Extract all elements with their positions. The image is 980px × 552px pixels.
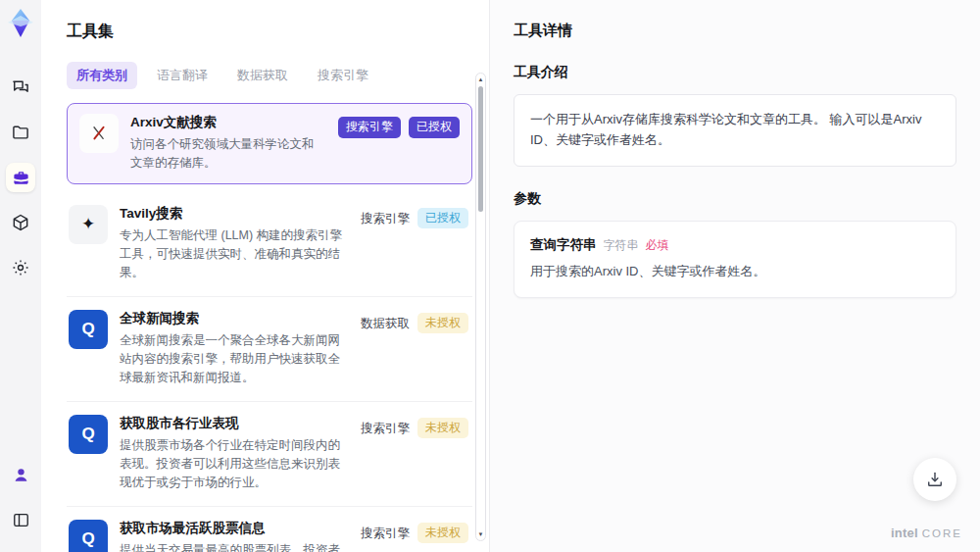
tab-all-categories[interactable]: 所有类别 [67, 62, 137, 89]
user-avatar-icon[interactable] [6, 460, 35, 489]
tool-card-active-stocks[interactable]: Q 获取市场最活跃股票信息 提供当天交易量最高的股票列表。投资者可以利用这些信息… [67, 507, 472, 552]
tool-description: 提供当天交易量最高的股票列表。投资者可以利用这些信息来识别流动性强的股票和潜在的… [120, 541, 345, 552]
auth-status-badge: 未授权 [417, 418, 468, 439]
tool-list: Arxiv文献搜索 访问各个研究领域大量科学论文和文章的存储库。 搜索引擎 已授… [67, 103, 472, 552]
chat-icon[interactable] [6, 73, 35, 102]
tool-badges: 数据获取 未授权 [361, 310, 468, 334]
stock-sector-logo-icon: Q [69, 415, 108, 454]
tool-badges: 搜索引擎 已授权 [361, 205, 468, 229]
tool-name: 获取市场最活跃股票信息 [120, 520, 345, 538]
settings-gear-icon[interactable] [6, 253, 35, 282]
category-label: 搜索引擎 [361, 523, 410, 542]
active-stocks-logo-icon: Q [69, 520, 108, 552]
brand-intel: intel [891, 526, 918, 540]
tool-info: Tavily搜索 专为人工智能代理 (LLM) 构建的搜索引擎工具，可快速提供实… [120, 205, 349, 283]
tool-info: 获取股市各行业表现 提供股票市场各个行业在特定时间段内的表现。投资者可以利用这些… [120, 415, 349, 493]
app-logo-icon [5, 8, 36, 39]
tool-description: 全球新闻搜索是一个聚合全球各大新闻网站内容的搜索引擎，帮助用户快速获取全球最新资… [120, 331, 345, 388]
list-scrollbar[interactable]: ▲ ▼ [475, 73, 486, 541]
left-rail [0, 0, 41, 552]
tool-card-arxiv[interactable]: Arxiv文献搜索 访问各个研究领域大量科学论文和文章的存储库。 搜索引擎 已授… [67, 103, 472, 184]
tool-detail-panel: 工具详情 工具介绍 一个用于从Arxiv存储库搜索科学论文和文章的工具。 输入可… [490, 0, 980, 552]
tool-badges: 搜索引擎 已授权 [338, 114, 460, 138]
intro-heading: 工具介绍 [514, 64, 956, 81]
arxiv-logo-icon [79, 114, 119, 153]
toolbox-icon[interactable] [6, 163, 35, 192]
tavily-logo-icon: ✦ [69, 205, 108, 244]
folder-icon[interactable] [6, 118, 35, 147]
tool-badges: 搜索引擎 未授权 [361, 520, 468, 544]
page-title: 工具集 [67, 22, 471, 42]
tab-data-fetch[interactable]: 数据获取 [227, 62, 298, 89]
param-description: 用于搜索的Arxiv ID、关键字或作者姓名。 [530, 263, 940, 280]
category-label: 数据获取 [361, 313, 410, 332]
tool-card-tavily[interactable]: ✦ Tavily搜索 专为人工智能代理 (LLM) 构建的搜索引擎工具，可快速提… [67, 192, 472, 297]
tool-info: 全球新闻搜索 全球新闻搜索是一个聚合全球各大新闻网站内容的搜索引擎，帮助用户快速… [120, 310, 349, 388]
tool-info: Arxiv文献搜索 访问各个研究领域大量科学论文和文章的存储库。 [130, 114, 326, 174]
scrollbar-thumb[interactable] [478, 86, 483, 212]
category-label: 搜索引擎 [361, 418, 410, 437]
param-name: 查询字符串 [530, 236, 597, 254]
collapse-panel-icon[interactable] [6, 505, 35, 534]
tool-card-stock-sectors[interactable]: Q 获取股市各行业表现 提供股票市场各个行业在特定时间段内的表现。投资者可以利用… [67, 402, 472, 507]
scroll-down-arrow-icon[interactable]: ▼ [476, 529, 485, 539]
tab-search-engine[interactable]: 搜索引擎 [308, 62, 378, 89]
tool-description: 专为人工智能代理 (LLM) 构建的搜索引擎工具，可快速提供实时、准确和真实的结… [120, 226, 345, 283]
download-button[interactable] [913, 458, 956, 501]
tool-list-panel: 工具集 所有类别 语言翻译 数据获取 搜索引擎 Arxiv文献搜索 访问各个研究… [41, 0, 490, 552]
category-label: 搜索引擎 [361, 208, 410, 227]
param-card: 查询字符串 字符串 必填 用于搜索的Arxiv ID、关键字或作者姓名。 [514, 221, 956, 298]
params-heading: 参数 [514, 190, 956, 208]
app-window: 工具集 所有类别 语言翻译 数据获取 搜索引擎 Arxiv文献搜索 访问各个研究… [0, 0, 980, 552]
cube-icon[interactable] [6, 208, 35, 237]
scroll-up-arrow-icon[interactable]: ▲ [476, 75, 485, 84]
tool-name: 获取股市各行业表现 [120, 415, 345, 433]
detail-title: 工具详情 [514, 22, 956, 40]
tool-badges: 搜索引擎 未授权 [361, 415, 468, 439]
auth-status-badge: 未授权 [417, 523, 468, 544]
tool-name: Arxiv文献搜索 [130, 114, 322, 132]
brand-core: CORE [922, 527, 962, 539]
tool-info: 获取市场最活跃股票信息 提供当天交易量最高的股票列表。投资者可以利用这些信息来识… [120, 520, 349, 552]
tool-name: Tavily搜索 [120, 205, 345, 224]
category-badge: 搜索引擎 [338, 117, 401, 138]
auth-status-badge: 已授权 [417, 208, 468, 229]
tab-language-translation[interactable]: 语言翻译 [147, 62, 218, 89]
tool-card-global-news[interactable]: Q 全球新闻搜索 全球新闻搜索是一个聚合全球各大新闻网站内容的搜索引擎，帮助用户… [67, 297, 472, 402]
intel-core-logo: intel CORE [891, 526, 962, 540]
download-icon [925, 470, 945, 489]
param-required-flag: 必填 [646, 237, 669, 254]
auth-status-badge: 已授权 [409, 117, 460, 138]
tool-name: 全球新闻搜索 [120, 310, 345, 328]
auth-status-badge: 未授权 [417, 313, 468, 334]
news-search-logo-icon: Q [69, 310, 108, 349]
tool-intro-text: 一个用于从Arxiv存储库搜索科学论文和文章的工具。 输入可以是Arxiv ID… [514, 94, 956, 167]
param-type: 字符串 [604, 237, 639, 254]
param-header: 查询字符串 字符串 必填 [530, 236, 940, 254]
tool-description: 提供股票市场各个行业在特定时间段内的表现。投资者可以利用这些信息来识别表现优于或… [120, 436, 345, 493]
tool-description: 访问各个研究领域大量科学论文和文章的存储库。 [130, 135, 322, 174]
category-tabs: 所有类别 语言翻译 数据获取 搜索引擎 [67, 62, 471, 89]
